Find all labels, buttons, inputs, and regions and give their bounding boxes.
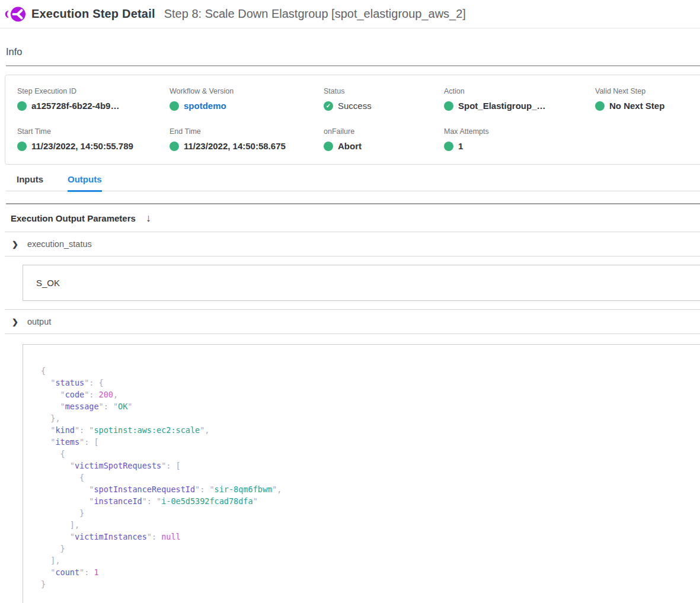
field-value: ✓ Success <box>324 101 444 111</box>
info-field: Workflow & Version spotdemo <box>170 87 324 111</box>
tabs: InputsOutputs <box>6 174 700 191</box>
info-field: End Time 11/23/2022, 14:50:58.675 <box>170 127 324 151</box>
outputs-panel-header: Execution Output Parameters ↓ <box>0 204 700 232</box>
tab-label: Inputs <box>17 174 43 184</box>
field-label: Status <box>324 87 444 95</box>
field-label: onFailure <box>324 127 444 136</box>
field-value: No Next Step <box>595 101 700 111</box>
info-field: Action Spot_Elastigroup_… <box>444 87 595 111</box>
info-field: Step Execution ID a125728f-6b22-4b9… <box>17 87 170 111</box>
field-value-text[interactable]: spotdemo <box>184 101 226 111</box>
info-field: Valid Next Step No Next Step <box>595 87 700 111</box>
code-line: } <box>41 578 700 590</box>
field-value-text: 11/23/2022, 14:50:55.789 <box>31 141 133 151</box>
info-section-heading: Info <box>6 46 700 66</box>
code-line: ], <box>41 554 700 566</box>
success-check-icon <box>17 142 27 151</box>
success-check-icon <box>444 101 453 111</box>
success-check-icon: ✓ <box>324 101 333 111</box>
field-label: Start Time <box>17 127 170 136</box>
field-value-text: Success <box>338 101 372 111</box>
output-json-box: { "status": { "code": 200, "message": "O… <box>23 344 700 603</box>
info-field: onFailure Abort <box>324 127 444 151</box>
section-row-output[interactable]: ❯ output <box>0 310 700 333</box>
execution-status-value-box: S_OK <box>23 265 700 301</box>
field-value-text: 11/23/2022, 14:50:58.675 <box>184 141 286 151</box>
field-label: Action <box>444 87 595 95</box>
code-line: "victimInstances": null <box>41 531 700 543</box>
code-line: "victimSpotRequests": [ <box>41 460 700 472</box>
info-field: Status ✓ Success <box>324 87 444 111</box>
field-value: 11/23/2022, 14:50:58.675 <box>170 141 324 151</box>
chevron-right-icon[interactable]: ❯ <box>12 317 18 326</box>
success-check-icon <box>17 101 27 111</box>
tab-outputs[interactable]: Outputs <box>68 174 102 192</box>
download-arrow-icon[interactable]: ↓ <box>146 212 151 224</box>
code-line: "items": [ <box>41 436 700 448</box>
field-value-text: a125728f-6b22-4b9… <box>31 101 119 111</box>
code-line: { <box>41 472 700 483</box>
code-line: "spotInstanceRequestId": "sir-8qm6fbwm", <box>41 483 700 495</box>
page-title: Execution Step Detail <box>31 7 155 21</box>
success-check-icon <box>324 142 333 151</box>
field-value: Spot_Elastigroup_… <box>444 101 595 111</box>
divider <box>5 333 700 334</box>
tab-inputs[interactable]: Inputs <box>17 174 43 191</box>
field-label: Step Execution ID <box>17 87 170 95</box>
spot-logo-icon <box>5 4 26 24</box>
code-line: { <box>41 365 700 377</box>
code-line: }, <box>41 412 700 424</box>
field-value-text: No Next Step <box>609 101 664 111</box>
code-line: "status": { <box>41 377 700 389</box>
field-label: Max Attempts <box>444 127 595 136</box>
field-label: Workflow & Version <box>170 87 324 95</box>
info-field: Start Time 11/23/2022, 14:50:55.789 <box>17 127 170 151</box>
code-line: "kind": "spotinst:aws:ec2:scale", <box>41 424 700 436</box>
field-label: Valid Next Step <box>595 87 700 95</box>
field-value-text: Spot_Elastigroup_… <box>458 101 546 111</box>
top-header: Execution Step Detail Step 8: Scale Down… <box>0 0 700 28</box>
success-check-icon <box>595 101 605 111</box>
field-value-text: Abort <box>338 141 362 151</box>
chevron-right-icon[interactable]: ❯ <box>12 240 18 249</box>
field-value: 11/23/2022, 14:50:55.789 <box>17 141 170 151</box>
info-field: Max Attempts 1 <box>444 127 595 151</box>
code-line: } <box>41 507 700 519</box>
code-line: { <box>41 448 700 460</box>
page-subtitle: Step 8: Scale Down Elastgroup [spot_elas… <box>164 7 466 21</box>
code-line: "message": "OK" <box>41 400 700 412</box>
success-check-icon <box>170 101 179 111</box>
code-line: "count": 1 <box>41 566 700 578</box>
step-info-card: Step Execution ID a125728f-6b22-4b9… Wor… <box>5 75 700 165</box>
section-name: output <box>27 317 51 326</box>
tab-label: Outputs <box>68 174 102 184</box>
code-line: "code": 200, <box>41 389 700 400</box>
field-value: a125728f-6b22-4b9… <box>17 101 170 111</box>
code-line: ], <box>41 519 700 531</box>
success-check-icon <box>170 142 179 151</box>
divider <box>5 256 700 256</box>
field-value: 1 <box>444 141 595 151</box>
section-row-execution-status[interactable]: ❯ execution_status <box>0 232 700 256</box>
field-value-text: 1 <box>458 141 463 151</box>
field-value: Abort <box>324 141 444 151</box>
code-line: } <box>41 543 700 554</box>
field-label: End Time <box>170 127 324 136</box>
section-name: execution_status <box>27 239 92 249</box>
code-line: "instanceId": "i-0e5d5392fcad78dfa" <box>41 495 700 507</box>
success-check-icon <box>444 142 453 151</box>
field-value: spotdemo <box>170 101 324 111</box>
outputs-panel-title: Execution Output Parameters <box>11 213 136 223</box>
